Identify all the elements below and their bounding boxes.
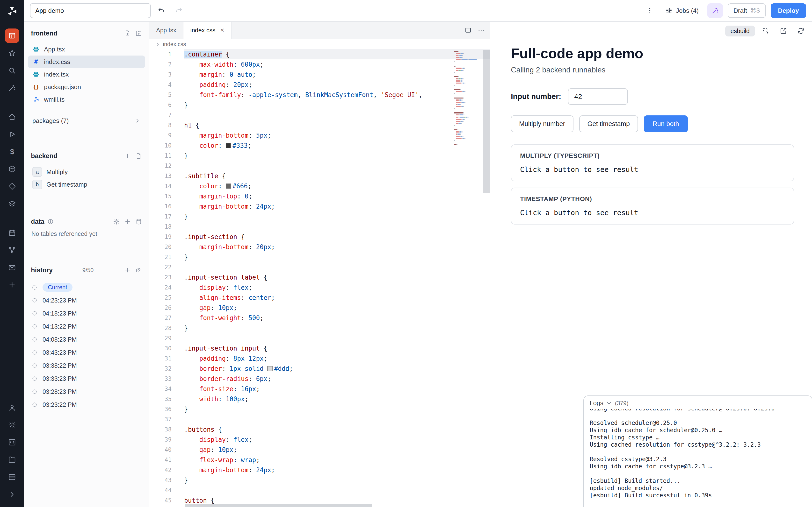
code-line[interactable]: 10 color: #333; xyxy=(149,140,490,151)
code-line[interactable]: 44 xyxy=(149,485,490,495)
code-line[interactable]: 34 font-size: 16px; xyxy=(149,384,490,394)
code-line[interactable]: 19.input-section { xyxy=(149,232,490,242)
draft-button[interactable]: Draft ⌘S xyxy=(728,3,766,18)
code-line[interactable]: 36} xyxy=(149,404,490,414)
code-line[interactable]: 11} xyxy=(149,151,490,161)
number-input[interactable] xyxy=(568,89,628,105)
resources-layers-icon[interactable] xyxy=(5,196,19,211)
get-timestamp-button[interactable]: Get timestamp xyxy=(579,115,638,132)
redo-icon[interactable] xyxy=(172,4,186,17)
code-line[interactable]: 14 color: #666; xyxy=(149,181,490,191)
code-line[interactable]: 42 margin-bottom: 24px; xyxy=(149,465,490,475)
code-line[interactable]: 28} xyxy=(149,323,490,333)
history-entry[interactable]: 03:33:23 PM xyxy=(27,372,146,385)
code-line[interactable]: 18 xyxy=(149,222,490,232)
code-line[interactable]: 23.input-section label { xyxy=(149,272,490,282)
code-line[interactable]: 8h1 { xyxy=(149,120,490,130)
code-line[interactable]: 26 gap: 10px; xyxy=(149,303,490,313)
home-icon[interactable] xyxy=(5,110,19,124)
add-runnable-plus-icon[interactable] xyxy=(124,153,131,159)
code-line[interactable]: 16 margin-bottom: 24px; xyxy=(149,201,490,212)
code-line[interactable]: 5 font-family: -apple-system, BlinkMacSy… xyxy=(149,90,490,100)
code-line[interactable]: 30.input-section input { xyxy=(149,343,490,353)
code-line[interactable]: 21} xyxy=(149,252,490,262)
flows-graph-icon[interactable] xyxy=(5,243,19,258)
history-entry[interactable]: 03:43:23 PM xyxy=(27,346,146,359)
backend-runnable-multiply[interactable]: aMultiply xyxy=(28,166,145,178)
code-area[interactable]: 1.container {2 max-width: 600px;3 margin… xyxy=(149,49,490,507)
more-options-icon[interactable] xyxy=(477,26,485,34)
star-icon[interactable] xyxy=(5,46,19,60)
settings-gear-icon[interactable] xyxy=(5,418,19,432)
folders-icon[interactable] xyxy=(5,452,19,467)
tab-App.tsx[interactable]: App.tsx xyxy=(149,22,184,39)
sidebar-file-index.tsx[interactable]: index.tsx xyxy=(28,68,145,80)
code-line[interactable]: 25 align-items: center; xyxy=(149,293,490,303)
split-editor-icon[interactable] xyxy=(464,26,472,34)
code-line[interactable]: 41 flex-wrap: wrap; xyxy=(149,455,490,465)
code-line[interactable]: 4 padding: 20px; xyxy=(149,80,490,90)
add-table-plus-icon[interactable] xyxy=(124,218,131,225)
history-entry[interactable]: 03:38:22 PM xyxy=(27,359,146,372)
minimap[interactable] xyxy=(454,51,477,499)
sidebar-file-wmill.ts[interactable]: wmill.ts xyxy=(28,93,145,106)
table-grid-icon[interactable] xyxy=(5,470,19,484)
code-line[interactable]: 3 margin: 0 auto; xyxy=(149,69,490,80)
code-line[interactable]: 17} xyxy=(149,212,490,222)
code-line[interactable]: 13.subtitle { xyxy=(149,171,490,181)
add-snapshot-plus-icon[interactable] xyxy=(124,267,131,274)
code-line[interactable]: 22 xyxy=(149,262,490,272)
code-line[interactable]: 7 xyxy=(149,110,490,120)
history-entry[interactable]: 03:28:23 PM xyxy=(27,385,146,398)
search-icon[interactable] xyxy=(5,63,19,78)
history-entry[interactable]: 04:13:22 PM xyxy=(27,320,146,333)
code-line[interactable]: 43} xyxy=(149,475,490,485)
logs-header[interactable]: Logs (379) xyxy=(584,396,812,409)
code-line[interactable]: 39 display: flex; xyxy=(149,435,490,445)
snapshot-camera-icon[interactable] xyxy=(135,267,142,274)
packages-row[interactable]: packages (7) xyxy=(28,114,145,127)
code-line[interactable]: 15 margin-top: 0; xyxy=(149,191,490,201)
mail-icon[interactable] xyxy=(5,260,19,275)
add-plus-icon[interactable] xyxy=(5,278,19,292)
runs-play-icon[interactable] xyxy=(5,127,19,142)
user-icon[interactable] xyxy=(5,400,19,415)
history-entry[interactable]: 03:23:22 PM xyxy=(27,398,146,411)
new-folder-icon[interactable] xyxy=(135,30,142,37)
tab-index.css[interactable]: index.css× xyxy=(184,22,232,39)
app-title-input[interactable]: App demo xyxy=(30,3,151,18)
schedules-calendar-icon[interactable] xyxy=(5,225,19,240)
history-entry[interactable]: 04:18:23 PM xyxy=(27,307,146,320)
data-settings-gear-icon[interactable] xyxy=(113,218,120,225)
code-line[interactable]: 35 width: 100px; xyxy=(149,394,490,404)
code-line[interactable]: 29 xyxy=(149,333,490,343)
run-both-button[interactable]: Run both xyxy=(644,115,688,132)
code-line[interactable]: 32 border: 1px solid #ddd; xyxy=(149,363,490,374)
variables-diamond-icon[interactable] xyxy=(5,179,19,193)
multiply-number-button[interactable]: Multiply number xyxy=(511,115,573,132)
ai-wand-button[interactable] xyxy=(707,3,723,18)
code-line[interactable]: 9 margin-bottom: 5px; xyxy=(149,130,490,140)
sidebar-file-package.json[interactable]: {}package.json xyxy=(28,80,145,93)
code-line[interactable]: 6} xyxy=(149,100,490,110)
deploy-button[interactable]: Deploy xyxy=(771,3,806,18)
kebab-menu-icon[interactable] xyxy=(643,4,657,17)
workers-cube-icon[interactable] xyxy=(5,162,19,176)
code-line[interactable]: 33 border-radius: 6px; xyxy=(149,374,490,384)
logs-output[interactable]: Using cached resolution for scheduler@^0… xyxy=(584,405,812,507)
jobs-button[interactable]: Jobs (4) xyxy=(661,4,703,17)
dev-code-icon[interactable] xyxy=(5,435,19,450)
code-line[interactable]: 38.buttons { xyxy=(149,425,490,435)
refresh-icon[interactable] xyxy=(795,24,807,37)
expand-rail-chevron-icon[interactable] xyxy=(5,487,19,502)
open-external-icon[interactable] xyxy=(777,24,790,37)
inspect-element-icon[interactable] xyxy=(760,24,772,37)
new-file-icon[interactable] xyxy=(124,30,131,37)
code-line[interactable]: 27 font-weight: 500; xyxy=(149,313,490,323)
database-icon[interactable] xyxy=(135,218,142,225)
code-line[interactable]: 20 margin-bottom: 20px; xyxy=(149,242,490,252)
apps-icon[interactable] xyxy=(5,29,19,43)
history-entry[interactable]: 04:08:23 PM xyxy=(27,333,146,346)
backend-runnable-get-timestamp[interactable]: bGet timestamp xyxy=(28,178,145,191)
usage-dollar-icon[interactable]: $ xyxy=(5,145,19,159)
